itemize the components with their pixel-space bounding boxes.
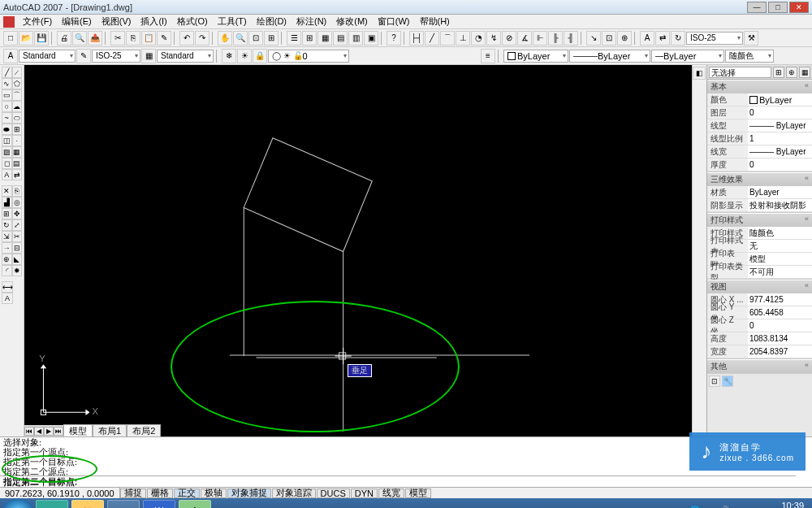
close-button[interactable]: ✕ [789,2,809,13]
dim-linear-icon[interactable]: ├┤ [409,31,424,46]
color-combo[interactable]: ByLayer [503,50,568,63]
copy-icon[interactable]: ⎘ [126,31,140,46]
insert-icon[interactable]: ⊞ [12,124,23,135]
layer-manager-icon[interactable]: ≡ [481,49,495,63]
menu-draw[interactable]: 绘图(D) [252,15,292,28]
erase-icon[interactable]: ✕ [2,185,12,197]
dim-radius-icon[interactable]: ◔ [471,31,486,46]
dim-ordinate-icon[interactable]: ⊥ [456,31,470,46]
help-icon[interactable]: ? [387,31,401,46]
open-icon[interactable]: 📂 [19,31,33,46]
gradient-icon[interactable]: ▦ [12,146,23,158]
tab-prev-icon[interactable]: ◀ [34,427,44,436]
selectobj-icon[interactable]: ▦ [799,67,810,78]
start-button[interactable] [3,499,32,508]
dim-leader-icon[interactable]: ↘ [586,31,601,46]
grid-toggle[interactable]: 栅格 [147,488,173,498]
menu-dim[interactable]: 标注(N) [292,15,331,28]
taskbar-acad-icon[interactable]: A [179,500,211,508]
calc-icon[interactable]: ▣ [364,31,378,46]
table-icon[interactable]: ▤ [12,158,23,169]
mtext-icon[interactable]: A [2,169,12,180]
dim-angular-icon[interactable]: ∡ [517,31,532,46]
tab-layout1[interactable]: 布局1 [93,424,127,438]
snap-toggle[interactable]: 捕捉 [120,488,146,498]
dc-icon[interactable]: ⊞ [302,31,317,46]
taskbar-app1-icon[interactable]: ▦ [107,500,140,508]
publish-icon[interactable]: 📤 [88,31,102,46]
pline-icon[interactable]: ∿ [2,78,12,89]
rect-icon[interactable]: ▭ [2,89,12,101]
maximize-button[interactable]: □ [768,2,788,13]
dim-style-combo[interactable]: ISO-25 [686,32,743,45]
dim-tedit-icon[interactable]: ⇄ [655,31,670,46]
rt-icon[interactable]: ◧ [693,67,706,80]
circle-icon[interactable]: ○ [2,101,12,112]
tray-ime-icon[interactable]: 🌐 [689,506,701,509]
dim-style2-combo[interactable]: ISO-25 [92,50,140,63]
paste-icon[interactable]: 📋 [141,31,156,46]
rotate-icon[interactable]: ↻ [2,219,12,231]
menu-format[interactable]: 格式(O) [172,15,213,28]
scale-icon[interactable]: ⤢ [12,219,23,231]
text-style-combo[interactable]: Standard [19,50,76,63]
lineweight-combo[interactable]: — ByLayer [651,50,724,63]
ortho-toggle[interactable]: 正交 [174,488,200,498]
prop-tool2-icon[interactable]: 🔧 [722,376,733,387]
quickselect-icon[interactable]: ⊞ [773,67,784,78]
dim-aligned-icon[interactable]: ╱ [425,31,439,46]
dim-arc-icon[interactable]: ⌒ [440,31,455,46]
redo-icon[interactable]: ↷ [195,31,209,46]
section-3d[interactable]: 三维效果 [707,172,812,186]
section-view[interactable]: 视图 [707,280,812,293]
xline-icon[interactable]: ⟋ [12,67,23,78]
tray-net-icon[interactable]: ◧ [706,506,714,509]
block-icon[interactable]: ◫ [2,135,12,146]
explode-icon[interactable]: ✸ [12,265,23,276]
menu-help[interactable]: 帮助(H) [415,15,455,28]
linetype-combo[interactable]: ——— ByLayer [569,50,650,63]
zoom-win-icon[interactable]: ⊡ [248,31,263,46]
mirror-icon[interactable]: ▟ [2,197,12,208]
copy-m-icon[interactable]: ⎘ [12,185,23,197]
model-toggle[interactable]: 模型 [405,488,431,498]
extend-icon[interactable]: → [2,242,12,254]
spline-icon[interactable]: ~ [2,112,12,124]
osnap-toggle[interactable]: 对象捕捉 [227,488,271,498]
drawing-canvas[interactable]: X Y 垂足 [24,65,692,436]
dimstyle-icon[interactable]: ✎ [76,49,91,63]
trim-icon[interactable]: ✂ [12,231,23,242]
new-icon[interactable]: □ [3,31,18,46]
region-icon[interactable]: ◻ [2,158,12,169]
dim-update-icon[interactable]: ↻ [671,31,685,46]
tab-next-icon[interactable]: ▶ [44,427,54,436]
plotstyle-combo[interactable]: 随颜色 [725,50,774,63]
save-icon[interactable]: 💾 [34,31,49,46]
move-icon[interactable]: ✥ [12,208,23,219]
dim-edit-icon[interactable]: A [640,31,654,46]
point-icon[interactable]: · [12,135,23,146]
textstyle-icon[interactable]: A [3,49,18,63]
arc-icon[interactable]: ⌒ [12,89,23,101]
tab-layout2[interactable]: 布局2 [127,424,161,438]
cut-icon[interactable]: ✂ [110,31,125,46]
offset-icon[interactable]: ◎ [12,197,23,208]
dim-diameter-icon[interactable]: ⊘ [502,31,516,46]
menu-file[interactable]: 文件(F) [18,15,57,28]
dim-baseline-icon[interactable]: ╟ [548,31,563,46]
layer-freeze-icon[interactable]: ☀ [237,49,252,63]
dist-icon[interactable]: ⟷ [2,281,13,293]
revcloud-icon[interactable]: ☁ [12,101,23,112]
section-other[interactable]: 其他 [707,359,812,373]
dyn-toggle[interactable]: DYN [351,488,378,498]
dim-quick-icon[interactable]: ⊩ [533,31,547,46]
ellipsearc-icon[interactable]: ⬬ [2,124,12,135]
stretch-icon[interactable]: ⇲ [2,231,12,242]
tab-model[interactable]: 模型 [63,424,93,438]
polar-toggle[interactable]: 极轴 [201,488,227,498]
menu-insert[interactable]: 插入(I) [136,15,171,28]
tab-first-icon[interactable]: ⏮ [24,427,34,436]
fillet-icon[interactable]: ◜ [2,265,12,276]
chamfer-icon[interactable]: ◣ [12,254,23,265]
taskbar-word-icon[interactable]: W [143,500,175,508]
